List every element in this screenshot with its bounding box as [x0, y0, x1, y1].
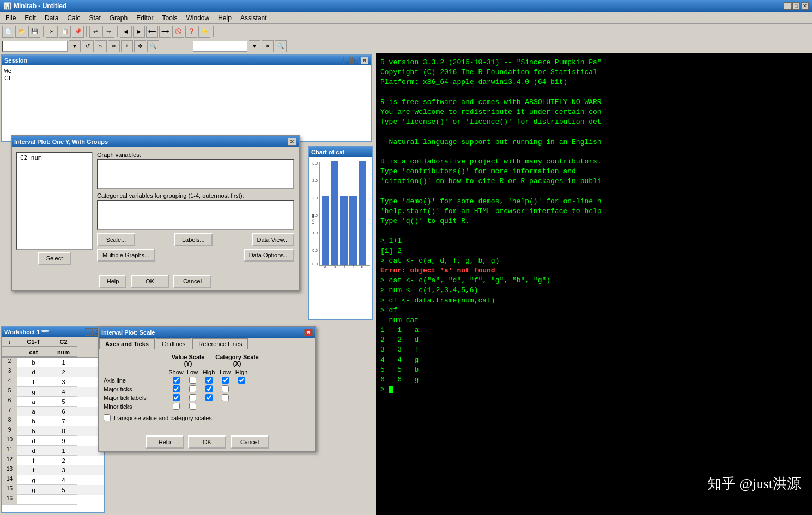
- menu-edit[interactable]: Edit: [20, 13, 40, 23]
- ws-num-4[interactable]: 3: [50, 377, 77, 387]
- major-ticks-low2-cb[interactable]: [222, 385, 229, 392]
- ws-cat-12[interactable]: f: [17, 456, 50, 465]
- session-min-btn[interactable]: _: [343, 57, 351, 64]
- scale-help-btn[interactable]: Help: [146, 435, 184, 449]
- toolbar-cursor[interactable]: ↖: [95, 40, 107, 52]
- interval-cancel-btn[interactable]: Cancel: [173, 275, 211, 288]
- scale-cancel-btn[interactable]: Cancel: [231, 435, 269, 449]
- toolbar-undo[interactable]: ↩: [89, 26, 101, 38]
- toolbar-search-btn[interactable]: 🔍: [275, 40, 287, 52]
- scale-btn[interactable]: Scale...: [97, 233, 135, 246]
- ws-cat-10[interactable]: d: [17, 436, 50, 446]
- toolbar-stop[interactable]: 🚫: [172, 26, 184, 38]
- major-ticks-high-cb[interactable]: [205, 385, 213, 392]
- ws-cat-16[interactable]: [17, 495, 50, 505]
- scale-dialog-close-btn[interactable]: ✕: [304, 329, 313, 336]
- major-ticks-show-cb[interactable]: [173, 385, 180, 392]
- toolbar-refresh[interactable]: ↺: [82, 40, 94, 52]
- ws-num-6[interactable]: 5: [50, 397, 77, 407]
- ws-num-11[interactable]: 1: [50, 446, 77, 456]
- axis-line-low2-cb[interactable]: [222, 377, 229, 384]
- toolbar-arrow1[interactable]: ⟵: [146, 26, 158, 38]
- toolbar-save[interactable]: 💾: [28, 26, 40, 38]
- minor-ticks-show-cb[interactable]: [173, 403, 180, 410]
- menu-editor[interactable]: Editor: [132, 13, 157, 23]
- menu-graph[interactable]: Graph: [105, 13, 132, 23]
- ws-cat-13[interactable]: f: [17, 465, 50, 475]
- toolbar-pencil[interactable]: ✏: [108, 40, 120, 52]
- toolbar-x-btn[interactable]: ✕: [262, 40, 274, 52]
- categorical-input[interactable]: [98, 201, 293, 229]
- major-tick-labels-show-cb[interactable]: [173, 394, 180, 401]
- major-ticks-low-cb[interactable]: [189, 385, 196, 392]
- ws-num-2[interactable]: 1: [50, 358, 77, 367]
- interval-select-btn[interactable]: Select: [38, 252, 71, 265]
- major-tick-labels-low-cb[interactable]: [189, 394, 196, 401]
- toolbar-paste[interactable]: 📌: [72, 26, 84, 38]
- toolbar-help2[interactable]: ❓: [185, 26, 197, 38]
- ws-cat-14[interactable]: g: [17, 475, 50, 485]
- data-view-btn[interactable]: Data View...: [252, 233, 295, 246]
- ws-cat-7[interactable]: a: [17, 407, 50, 416]
- scale-ok-btn[interactable]: OK: [188, 435, 226, 449]
- menu-calc[interactable]: Calc: [63, 13, 84, 23]
- interval-dialog-close-btn[interactable]: ✕: [288, 138, 296, 146]
- ws-num-14[interactable]: 4: [50, 475, 77, 485]
- ws-num-3[interactable]: 2: [50, 367, 77, 377]
- ws-cat-2[interactable]: b: [17, 358, 50, 367]
- menu-file[interactable]: File: [1, 13, 20, 23]
- tab-reference-lines[interactable]: Reference Lines: [192, 338, 248, 349]
- toolbar-move[interactable]: ✥: [134, 40, 146, 52]
- ws-num-8[interactable]: 7: [50, 416, 77, 426]
- ws-num-12[interactable]: 2: [50, 456, 77, 465]
- multiple-graphs-btn[interactable]: Multiple Graphs...: [97, 249, 155, 262]
- graph-variables-input[interactable]: [98, 160, 293, 188]
- toolbar-plus[interactable]: +: [121, 40, 133, 52]
- major-tick-labels-low2-cb[interactable]: [222, 394, 229, 401]
- toolbar-new[interactable]: 📄: [2, 26, 14, 38]
- menu-help[interactable]: Help: [214, 13, 236, 23]
- toolbar-copy[interactable]: 📋: [59, 26, 71, 38]
- major-tick-labels-high-cb[interactable]: [205, 394, 213, 401]
- axis-line-low-cb[interactable]: [189, 377, 196, 384]
- data-options-btn[interactable]: Data Options...: [244, 249, 294, 262]
- axis-line-high-cb[interactable]: [205, 377, 213, 384]
- menu-assistant[interactable]: Assistant: [236, 13, 271, 23]
- menu-tools[interactable]: Tools: [157, 13, 181, 23]
- maximize-button[interactable]: □: [792, 2, 800, 10]
- toolbar-arrow2[interactable]: ⟶: [159, 26, 171, 38]
- toolbar-open[interactable]: 📂: [15, 26, 27, 38]
- close-button[interactable]: ✕: [801, 2, 809, 10]
- labels-btn[interactable]: Labels...: [174, 233, 213, 246]
- ws-cat-15[interactable]: g: [17, 485, 50, 495]
- ws-num-15[interactable]: 5: [50, 485, 77, 495]
- listbox-item-c2num[interactable]: C2 num: [19, 154, 90, 162]
- transpose-cb[interactable]: [104, 414, 111, 421]
- toolbar-star[interactable]: ⭐: [198, 26, 210, 38]
- menu-stat[interactable]: Stat: [84, 13, 105, 23]
- ws-num-9[interactable]: 8: [50, 426, 77, 436]
- ws-cat-9[interactable]: b: [17, 426, 50, 436]
- ws-num-5[interactable]: 4: [50, 387, 77, 397]
- interval-listbox[interactable]: C2 num: [16, 152, 93, 250]
- ws-cat-8[interactable]: b: [17, 416, 50, 426]
- minimize-button[interactable]: _: [784, 2, 791, 10]
- toolbar-zoom[interactable]: 🔍: [147, 40, 159, 52]
- toolbar-arrow-down[interactable]: ▼: [69, 40, 81, 52]
- toolbar-back[interactable]: ◀: [120, 26, 132, 38]
- menu-data[interactable]: Data: [40, 13, 63, 23]
- axis-line-show-cb[interactable]: [173, 377, 180, 384]
- tab-axes-ticks[interactable]: Axes and Ticks: [99, 338, 155, 349]
- menu-window[interactable]: Window: [182, 13, 214, 23]
- toolbar-cut[interactable]: ✂: [46, 26, 58, 38]
- session-max-btn[interactable]: □: [352, 57, 360, 64]
- tab-gridlines[interactable]: Gridlines: [156, 338, 191, 349]
- ws-num-7[interactable]: 6: [50, 407, 77, 416]
- axis-line-high2-cb[interactable]: [238, 377, 245, 384]
- toolbar-input2[interactable]: [193, 41, 247, 52]
- toolbar-redo[interactable]: ↪: [102, 26, 114, 38]
- interval-help-btn[interactable]: Help: [99, 275, 126, 288]
- ws-num-10[interactable]: 9: [50, 436, 77, 446]
- worksheet-min-btn[interactable]: _: [85, 328, 93, 336]
- ws-cat-3[interactable]: d: [17, 367, 50, 377]
